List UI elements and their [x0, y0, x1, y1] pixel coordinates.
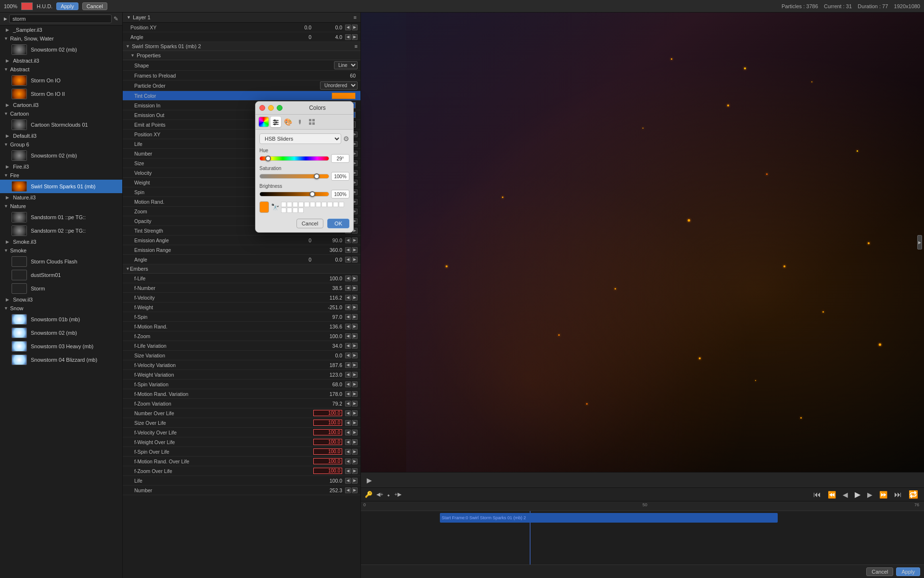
arrow-right[interactable]: ▶ — [352, 34, 358, 40]
swatch-cell[interactable] — [321, 202, 327, 207]
sidebar-item-snowstorm01b[interactable]: Snowstorm 01b (mb) — [0, 313, 122, 326]
sidebar-item-snowstorm04[interactable]: Snowstorm 04 Blizzard (mb) — [0, 353, 122, 367]
add-keyframe-right-icon[interactable]: +▶ — [394, 491, 401, 498]
sidebar-item-stormonio[interactable]: Storm On IO — [0, 74, 122, 87]
sidebar-item-stormclouds[interactable]: Storm Clouds Flash — [0, 255, 122, 268]
sidebar-category-cartoon[interactable]: ▼ Cartoon — [0, 109, 122, 118]
keyframe-icon[interactable]: 🔑 — [365, 491, 372, 498]
sidebar-category-smoke[interactable]: ▼ Smoke — [0, 246, 122, 255]
swatch-cell[interactable] — [333, 202, 338, 207]
prop-val-x[interactable]: 0 — [282, 237, 311, 243]
sidebar-item-stormonioii[interactable]: Storm On IO II — [0, 87, 122, 101]
arrow-left[interactable]: ◀ — [345, 420, 351, 426]
arrow-right[interactable]: ▶ — [352, 237, 358, 243]
arrow-left[interactable]: ◀ — [345, 295, 351, 301]
play-pause-button[interactable]: ▶ — [853, 489, 862, 500]
props-menu-icon[interactable]: ≡ — [354, 14, 357, 20]
prop-val[interactable]: 252.3 — [313, 487, 342, 493]
arrow-right[interactable]: ▶ — [352, 459, 358, 464]
arrow-left[interactable]: ◀ — [345, 391, 351, 397]
arrow-left[interactable]: ◀ — [345, 276, 351, 281]
grid-tab[interactable] — [307, 117, 317, 127]
tint-color-swatch[interactable] — [332, 92, 356, 99]
hue-slider-track[interactable] — [259, 156, 329, 161]
arrow-right[interactable]: ▶ — [352, 372, 358, 378]
arrow-left[interactable]: ◀ — [345, 257, 351, 263]
arrow-right[interactable]: ▶ — [352, 247, 358, 253]
arrow-right[interactable]: ▶ — [352, 25, 358, 30]
sidebar-category-fire[interactable]: ▼ Fire — [0, 171, 122, 180]
arrow-right[interactable]: ▶ — [352, 487, 358, 493]
arrow-left[interactable]: ◀ — [345, 237, 351, 243]
prop-val-y[interactable]: 0.0 — [313, 25, 342, 30]
prop-val[interactable]: 100.0 — [313, 333, 342, 339]
prop-val[interactable]: 100.0 — [313, 429, 342, 435]
swatch-cell[interactable] — [304, 202, 309, 207]
sidebar-item-snowstorm02c[interactable]: Snowstorm 02 (mb) — [0, 326, 122, 340]
swatch-cell[interactable] — [298, 202, 304, 207]
color-mode-dropdown[interactable]: HSB Sliders — [259, 133, 341, 144]
prop-val[interactable]: 97.0 — [313, 314, 342, 320]
skip-end-button[interactable]: ⏭ — [892, 489, 904, 500]
arrow-right[interactable]: ▶ — [352, 410, 358, 416]
search-input[interactable] — [9, 14, 112, 23]
prop-val[interactable]: 100.0 — [313, 439, 342, 445]
prop-val[interactable]: 38.5 — [313, 285, 342, 291]
prop-val[interactable]: 100.0 — [313, 276, 342, 281]
arrow-right[interactable]: ▶ — [352, 430, 358, 435]
sidebar-item-cartoon[interactable]: ▶ Cartoon.il3 — [0, 101, 122, 109]
prop-row-tintcolor[interactable]: Tint Color — [123, 91, 360, 101]
next-frame-button[interactable]: ⏩ — [877, 489, 889, 500]
arrow-right[interactable]: ▶ — [352, 381, 358, 387]
prop-val[interactable]: 136.6 — [313, 324, 342, 329]
sidebar-item-snowstorm02b[interactable]: Snowstorm 02 (mb) — [0, 149, 122, 162]
swatch-cell[interactable] — [281, 202, 286, 207]
maximize-button[interactable] — [277, 105, 282, 111]
sidebar-item-fire[interactable]: ▶ Fire.il3 — [0, 162, 122, 171]
brightness-slider-thumb[interactable] — [309, 191, 315, 197]
saturation-slider-track[interactable] — [259, 174, 329, 179]
sidebar-item-snowstorm02[interactable]: Snowstorm 02 (mb) — [0, 43, 122, 56]
sidebar-item-snow[interactable]: ▶ Snow.il3 — [0, 295, 122, 304]
preview-expand-button[interactable]: ▶ — [917, 235, 922, 250]
arrow-right[interactable]: ▶ — [352, 439, 358, 445]
colors-settings-icon[interactable]: ⚙ — [343, 135, 349, 143]
swatch-cell[interactable] — [293, 208, 298, 213]
arrow-right[interactable]: ▶ — [352, 257, 358, 263]
swatch-cell[interactable] — [293, 202, 298, 207]
arrow-right[interactable]: ▶ — [352, 401, 358, 407]
arrow-left[interactable]: ◀ — [345, 478, 351, 484]
prop-val[interactable]: 100.0 — [313, 458, 342, 464]
add-keyframe-left-icon[interactable]: ◀+ — [376, 491, 383, 498]
sidebar-category-snow[interactable]: ▼ Snow — [0, 304, 122, 313]
colors-cancel-button[interactable]: Cancel — [296, 219, 323, 228]
sidebar-item-nature[interactable]: ▶ Nature.il3 — [0, 193, 122, 202]
brightness-value[interactable]: 100% — [331, 190, 349, 198]
arrow-left[interactable]: ◀ — [345, 449, 351, 455]
swatch-cell[interactable] — [339, 202, 344, 207]
sidebar-item-storm[interactable]: Storm — [0, 282, 122, 295]
apply-button-top[interactable]: Apply — [56, 2, 78, 10]
prop-val[interactable]: 123.0 — [313, 372, 342, 378]
sidebar-item-smoke[interactable]: ▶ Smoke.il3 — [0, 237, 122, 246]
arrow-right[interactable]: ▶ — [352, 295, 358, 301]
prop-val[interactable]: 100.0 — [313, 478, 342, 484]
arrow-right[interactable]: ▶ — [352, 343, 358, 349]
emitter-menu-icon[interactable]: ≡ — [355, 43, 358, 49]
timeline-track[interactable]: Start Frame:0 Swirl Storm Sparks 01 (mb)… — [361, 511, 924, 565]
arrow-left[interactable]: ◀ — [345, 25, 351, 30]
sidebar-item-sandstorm02[interactable]: Sandstorm 02 ::pe TG:: — [0, 224, 122, 237]
sidebar-item-snowstorm03[interactable]: Snowstorm 03 Heavy (mb) — [0, 340, 122, 353]
prop-val[interactable]: 100.0 — [313, 448, 342, 455]
prev-frame-button[interactable]: ⏪ — [826, 489, 838, 500]
swatch-cell[interactable] — [310, 202, 315, 207]
arrow-right[interactable]: ▶ — [352, 276, 358, 281]
arrow-left[interactable]: ◀ — [345, 333, 351, 339]
timeline-clip[interactable]: Start Frame:0 Swirl Storm Sparks 01 (mb)… — [440, 513, 778, 523]
pencil-tab[interactable] — [295, 117, 305, 127]
arrow-left[interactable]: ◀ — [345, 430, 351, 435]
skip-start-button[interactable]: ⏮ — [811, 489, 823, 500]
arrow-left[interactable]: ◀ — [345, 468, 351, 474]
arrow-right[interactable]: ▶ — [352, 478, 358, 484]
hue-value[interactable]: 29° — [331, 154, 349, 163]
